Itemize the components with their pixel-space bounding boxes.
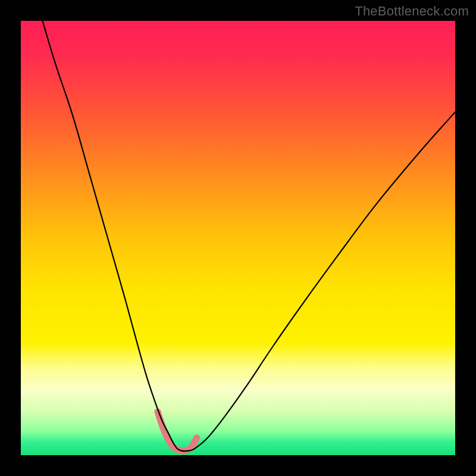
- watermark-text: TheBottleneck.com: [355, 4, 469, 19]
- plot-area: [21, 21, 455, 455]
- curve-highlight: [158, 412, 197, 451]
- bottleneck-curve: [43, 21, 456, 451]
- curve-layer: [21, 21, 455, 455]
